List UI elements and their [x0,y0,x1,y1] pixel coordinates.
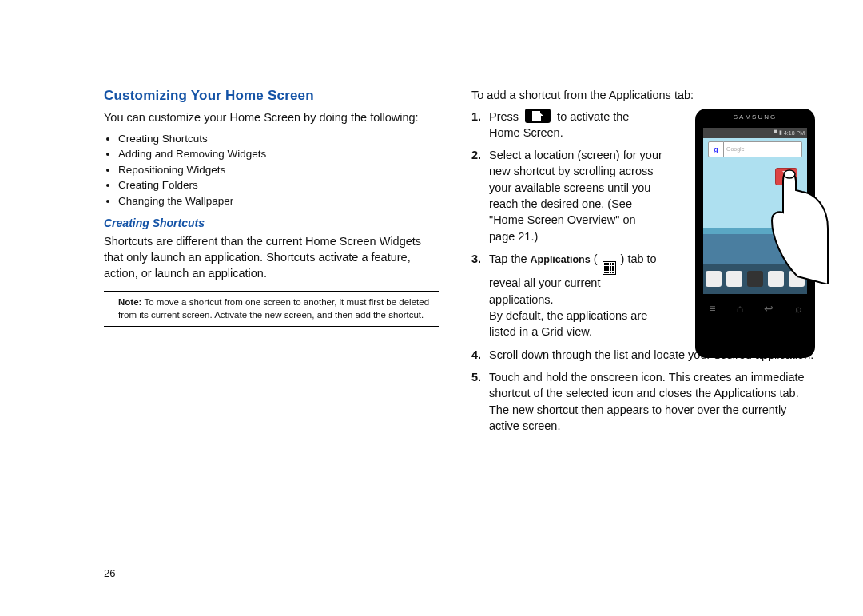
step-number: 3. [471,251,489,340]
status-bar: ▀ ▮ 4:18 PM [703,128,807,138]
step-text: By default, the applications are listed … [489,309,647,338]
step-item: 2. Select a location (screen) for your n… [471,147,663,244]
search-key-icon: ⌕ [795,302,801,315]
dock-app-icon [768,271,784,287]
step-text: Touch and hold the onscreen icon. This c… [489,369,815,434]
phone-brand: SAMSUNG [695,113,815,121]
google-g-icon: g [708,141,724,157]
page-number: 26 [104,567,115,579]
status-time: 4:18 PM [784,130,805,136]
phone-nav-keys: ≡ ⌂ ↩ ⌕ [695,294,815,315]
dock-app-icon [789,271,805,287]
home-key-icon: ⌂ [737,302,743,315]
right-intro: To add a shortcut from the Applications … [471,88,815,104]
list-item: Repositioning Widgets [118,162,439,178]
step-item: 3. Tap the Applications ( ) tab to revea… [471,251,663,340]
customize-bullet-list: Creating Shortcuts Adding and Removing W… [104,131,439,209]
phone-screen: ▀ ▮ 4:18 PM g Google [703,128,807,294]
list-item: Adding and Removing Widgets [118,146,439,162]
dock-apps-icon [747,271,763,287]
shortcuts-paragraph: Shortcuts are different than the current… [104,234,439,281]
step-number: 5. [471,369,489,434]
list-item: Changing the Wallpaper [118,193,439,209]
dock-app-icon [726,271,742,287]
manual-page: Customizing Your Home Screen You can cus… [0,0,863,440]
step-text: Press [489,110,522,123]
subheading: Creating Shortcuts [104,217,439,229]
note-label: Note: [118,297,141,307]
step-number: 4. [471,347,489,363]
applications-label: Applications [531,254,591,265]
list-item: Creating Folders [118,177,439,193]
section-heading: Customizing Your Home Screen [104,88,439,104]
battery-icon: ▮ [779,129,782,136]
step-number: 1. [471,109,489,141]
left-column: Customizing Your Home Screen You can cus… [104,88,439,440]
steps-with-phone: SAMSUNG ▀ ▮ 4:18 PM g Google [471,109,815,435]
signal-icon: ▀ [774,130,777,136]
step-text: Tap the [489,252,531,265]
back-key-icon: ↩ [764,302,774,315]
apps-grid-icon [603,261,616,275]
search-widget: g Google [708,141,802,157]
menu-key-icon: ≡ [709,302,715,315]
step-item: 5. Touch and hold the onscreen icon. Thi… [471,369,815,434]
search-bar: Google [724,141,802,157]
note-box: Note: To move a shortcut from one screen… [104,291,439,327]
step-item: 1. Press to activate the Home Screen. [471,109,663,141]
dock-app-icon [706,271,722,287]
phone-body: SAMSUNG ▀ ▮ 4:18 PM g Google [695,109,815,358]
right-column: To add a shortcut from the Applications … [471,88,815,440]
gmail-icon [775,168,797,185]
intro-text: You can customize your Home Screen by do… [104,110,439,126]
home-button-icon [525,109,551,123]
step-text: Select a location (screen) for your new … [489,147,663,244]
phone-dock [703,264,807,294]
step-number: 2. [471,147,489,244]
list-item: Creating Shortcuts [118,131,439,147]
note-text: To move a shortcut from one screen to an… [118,297,429,320]
phone-illustration: SAMSUNG ▀ ▮ 4:18 PM g Google [695,109,815,358]
